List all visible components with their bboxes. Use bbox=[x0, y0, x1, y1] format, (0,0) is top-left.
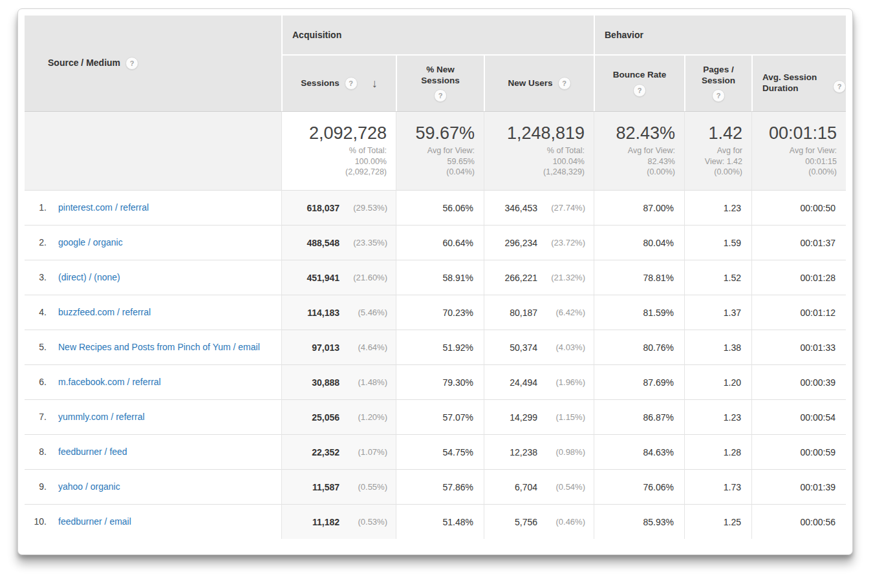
bounce-rate-total: 82.43% bbox=[595, 124, 675, 143]
totals-bounce-rate-cell: 82.43% Avg for View:82.43%(0.00%) bbox=[594, 111, 684, 190]
sessions-total: 2,092,728 bbox=[283, 124, 387, 143]
sessions-cell: 97,013(4.64%) bbox=[281, 330, 396, 364]
table-row: 2. google / organic 488,548(23.35%) 60.6… bbox=[25, 225, 846, 260]
source-medium-cell: 2. google / organic bbox=[25, 225, 281, 260]
avg-duration-cell: 00:00:56 bbox=[751, 504, 846, 539]
acquisition-group-label: Acquisition bbox=[283, 30, 341, 40]
new-sessions-total-detail: Avg for View:59.65%(0.04%) bbox=[397, 145, 475, 178]
bounce-rate-cell: 80.76% bbox=[594, 330, 684, 364]
sort-descending-icon[interactable]: ↓ bbox=[372, 77, 378, 90]
source-medium-link[interactable]: (direct) / (none) bbox=[58, 271, 120, 284]
sessions-total-detail: % of Total:100.00%(2,092,728) bbox=[283, 145, 387, 178]
avg-duration-cell: 00:01:28 bbox=[751, 260, 846, 295]
totals-sessions-cell: 2,092,728 % of Total:100.00%(2,092,728) bbox=[281, 111, 396, 190]
column-header-sessions[interactable]: Sessions ? ↓ bbox=[281, 56, 396, 111]
source-medium-cell: 1. pinterest.com / referral bbox=[25, 190, 281, 225]
sessions-cell: 488,548(23.35%) bbox=[281, 225, 396, 260]
row-rank: 7. bbox=[25, 412, 58, 422]
column-header-new-users[interactable]: New Users ? bbox=[484, 56, 594, 111]
column-header-pages-session[interactable]: Pages / Session ? bbox=[684, 56, 751, 111]
pages-session-cell: 1.23 bbox=[684, 190, 751, 225]
group-header-behavior: Behavior bbox=[594, 16, 846, 56]
bounce-rate-cell: 78.81% bbox=[594, 260, 684, 295]
help-icon[interactable]: ? bbox=[833, 80, 846, 93]
table-row: 1. pinterest.com / referral 618,037(29.5… bbox=[25, 190, 846, 225]
source-medium-link[interactable]: feedburner / feed bbox=[58, 446, 127, 458]
source-medium-cell: 9. yahoo / organic bbox=[25, 469, 281, 504]
bounce-rate-cell: 86.87% bbox=[594, 399, 684, 434]
avg-duration-cell: 00:01:39 bbox=[751, 469, 846, 504]
bounce-rate-cell: 85.93% bbox=[594, 504, 684, 539]
bounce-rate-cell: 76.06% bbox=[594, 469, 684, 504]
help-icon[interactable]: ? bbox=[712, 89, 725, 102]
help-icon[interactable]: ? bbox=[633, 84, 646, 97]
new-users-cell: 6,704(0.54%) bbox=[484, 469, 594, 504]
bounce-rate-cell: 81.59% bbox=[594, 295, 684, 330]
new-sessions-total: 59.67% bbox=[397, 124, 475, 143]
avg-duration-cell: 00:01:37 bbox=[751, 225, 846, 260]
new-sessions-cell: 54.75% bbox=[396, 434, 484, 469]
help-icon[interactable]: ? bbox=[558, 77, 571, 90]
pages-session-cell: 1.25 bbox=[684, 504, 751, 539]
table-row: 7. yummly.com / referral 25,056(1.20%) 5… bbox=[25, 399, 846, 434]
table-row: 9. yahoo / organic 11,587(0.55%) 57.86% … bbox=[25, 469, 846, 504]
source-medium-cell: 5. New Recipes and Posts from Pinch of Y… bbox=[25, 330, 281, 364]
help-icon[interactable]: ? bbox=[434, 89, 447, 102]
row-rank: 3. bbox=[25, 272, 58, 282]
totals-new-sessions-cell: 59.67% Avg for View:59.65%(0.04%) bbox=[396, 111, 484, 190]
new-users-cell: 5,756(0.46%) bbox=[484, 504, 594, 539]
source-medium-header-label: Source / Medium bbox=[48, 58, 120, 69]
bounce-rate-cell: 84.63% bbox=[594, 434, 684, 469]
source-medium-link[interactable]: pinterest.com / referral bbox=[58, 202, 149, 214]
pages-session-cell: 1.52 bbox=[684, 260, 751, 295]
sessions-cell: 30,888(1.48%) bbox=[281, 364, 396, 399]
row-rank: 5. bbox=[25, 342, 58, 352]
source-medium-link[interactable]: buzzfeed.com / referral bbox=[58, 306, 151, 319]
totals-row: 2,092,728 % of Total:100.00%(2,092,728) … bbox=[25, 111, 846, 190]
source-medium-cell: 8. feedburner / feed bbox=[25, 434, 281, 469]
sessions-cell: 451,941(21.60%) bbox=[281, 260, 396, 295]
new-users-cell: 14,299(1.15%) bbox=[484, 399, 594, 434]
column-header-new-sessions[interactable]: % New Sessions ? bbox=[396, 56, 484, 111]
source-medium-link[interactable]: yahoo / organic bbox=[58, 481, 120, 493]
new-users-cell: 296,234(23.72%) bbox=[484, 225, 594, 260]
column-header-bounce-rate[interactable]: Bounce Rate ? bbox=[594, 56, 684, 111]
sessions-header-label: Sessions bbox=[301, 78, 339, 89]
avg-duration-cell: 00:00:54 bbox=[751, 399, 846, 434]
row-rank: 8. bbox=[25, 446, 58, 457]
bounce-rate-total-detail: Avg for View:82.43%(0.00%) bbox=[595, 145, 675, 178]
sessions-cell: 22,352(1.07%) bbox=[281, 434, 396, 469]
new-sessions-cell: 57.07% bbox=[396, 399, 484, 434]
bounce-rate-header-label: Bounce Rate bbox=[613, 70, 667, 81]
source-medium-link[interactable]: yummly.com / referral bbox=[58, 411, 145, 423]
pages-session-cell: 1.23 bbox=[684, 399, 751, 434]
source-medium-cell: 3. (direct) / (none) bbox=[25, 260, 281, 295]
source-medium-link[interactable]: google / organic bbox=[58, 236, 123, 249]
bounce-rate-cell: 87.69% bbox=[594, 364, 684, 399]
row-rank: 2. bbox=[25, 237, 58, 247]
new-users-cell: 24,494(1.96%) bbox=[484, 364, 594, 399]
new-users-cell: 50,374(4.03%) bbox=[484, 330, 594, 364]
row-rank: 4. bbox=[25, 307, 58, 317]
new-sessions-cell: 56.06% bbox=[396, 190, 484, 225]
source-medium-link[interactable]: m.facebook.com / referral bbox=[58, 376, 161, 388]
column-header-avg-session-duration[interactable]: Avg. Session Duration ? bbox=[751, 56, 846, 111]
avg-duration-cell: 00:00:59 bbox=[751, 434, 846, 469]
column-header-source-medium[interactable]: Source / Medium ? bbox=[25, 16, 281, 111]
help-icon[interactable]: ? bbox=[345, 77, 358, 90]
table-row: 5. New Recipes and Posts from Pinch of Y… bbox=[25, 330, 846, 364]
source-medium-link[interactable]: New Recipes and Posts from Pinch of Yum … bbox=[58, 341, 260, 353]
source-medium-cell: 10. feedburner / email bbox=[25, 504, 281, 539]
sessions-cell: 11,182(0.53%) bbox=[281, 504, 396, 539]
source-medium-link[interactable]: feedburner / email bbox=[58, 516, 131, 528]
avg-duration-cell: 00:00:39 bbox=[751, 364, 846, 399]
help-icon[interactable]: ? bbox=[125, 57, 138, 70]
sessions-cell: 114,183(5.46%) bbox=[281, 295, 396, 330]
avg-duration-cell: 00:01:12 bbox=[751, 295, 846, 330]
pages-session-cell: 1.73 bbox=[684, 469, 751, 504]
sessions-cell: 618,037(29.53%) bbox=[281, 190, 396, 225]
new-sessions-cell: 51.48% bbox=[396, 504, 484, 539]
bounce-rate-cell: 80.04% bbox=[594, 225, 684, 260]
table-row: 10. feedburner / email 11,182(0.53%) 51.… bbox=[25, 504, 846, 539]
new-sessions-cell: 79.30% bbox=[396, 364, 484, 399]
